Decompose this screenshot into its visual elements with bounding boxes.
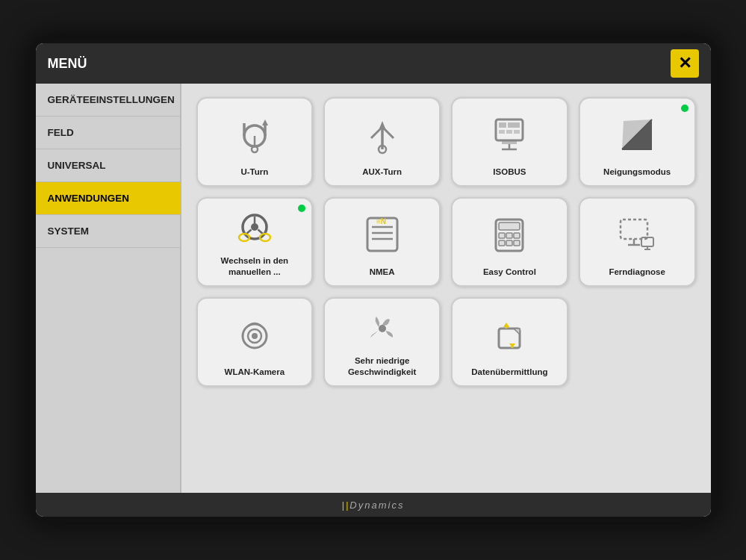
wlan-kamera-icon [232,312,277,357]
svg-rect-41 [499,240,505,246]
isobus-icon [487,112,532,157]
tile-u-turn[interactable]: U-Turn [196,97,314,187]
svg-point-4 [252,146,258,152]
svg-rect-42 [506,240,512,246]
tile-neigungsmodus[interactable]: Neigungsmodus [579,97,696,187]
svg-point-25 [251,223,258,231]
sidebar: GERÄTEEINSTELLUNGEN FELD UNIVERSAL ANWEN… [36,84,181,493]
icon-area-datenuebermittlung [459,306,561,362]
icon-area-easy-control [459,206,561,262]
aux-turn-icon [360,112,405,157]
tile-isobus[interactable]: ISOBUS [451,97,568,187]
svg-rect-38 [499,233,505,238]
sidebar-item-anwendungen[interactable]: ANWENDUNGEN [36,182,180,215]
tile-datenuebermittlung[interactable]: Datenübermittlung [451,297,568,387]
icon-area-aux-turn [331,106,433,162]
tile-sehr-niedrig[interactable]: Sehr niedrige Geschwindigkeit [323,297,441,387]
sidebar-item-system[interactable]: SYSTEM [36,215,180,248]
neigungsmodus-icon [615,112,659,157]
screen-content: MENÜ ✕ GERÄTEEINSTELLUNGEN FELD UNIVERSA… [36,43,711,517]
svg-rect-15 [506,130,512,134]
brand-label: ||Dynamics [342,500,405,511]
tile-wlan-kamera[interactable]: WLAN-Kamera [196,297,314,387]
tile-label-isobus: ISOBUS [493,167,526,178]
svg-rect-37 [499,223,520,230]
svg-marker-56 [503,323,509,327]
svg-text:≡N: ≡N [376,217,386,225]
svg-rect-17 [502,140,517,144]
datenuebermittlung-icon [487,312,532,357]
svg-rect-39 [506,233,512,238]
svg-rect-44 [621,220,647,239]
tile-aux-turn[interactable]: AUX-Turn [323,97,441,187]
tile-label-easy-control: Easy Control [483,267,536,278]
icon-area-u-turn [204,106,306,162]
icon-area-isobus [459,106,561,162]
status-dot-neigungsmodus [681,105,689,112]
u-turn-icon [232,112,277,157]
svg-line-8 [382,127,394,138]
bottom-bar: ||Dynamics [36,493,711,517]
icon-area-ferndiagnose [586,206,689,262]
svg-point-52 [252,333,258,339]
sidebar-item-geraeteeinstellungen[interactable]: GERÄTEEINSTELLUNGEN [36,84,180,116]
tile-label-aux-turn: AUX-Turn [362,167,402,178]
tile-label-u-turn: U-Turn [240,167,268,178]
tile-label-nmea: NMEA [370,267,395,278]
tile-nmea[interactable]: ≡N NMEA [323,197,441,287]
tile-easy-control[interactable]: Easy Control [451,197,568,287]
tile-label-wechseln: Wechseln in den manuellen ... [204,255,306,278]
sidebar-item-feld[interactable]: FELD [36,116,180,149]
nmea-icon: ≡N [360,212,405,257]
svg-rect-14 [499,130,505,134]
svg-rect-13 [508,122,520,128]
header-title: MENÜ [48,56,87,72]
sidebar-item-universal[interactable]: UNIVERSAL [36,149,180,182]
app-grid: U-Turn AUX-Tu [196,97,696,387]
sehr-niedrig-icon [360,306,405,351]
screen-bezel: MENÜ ✕ GERÄTEEINSTELLUNGEN FELD UNIVERSA… [30,37,717,523]
svg-rect-40 [514,233,520,238]
icon-area-neigungsmodus [586,106,689,162]
icon-area-sehr-niedrig [331,306,433,351]
tile-wechseln[interactable]: Wechseln in den manuellen ... [196,197,314,287]
svg-rect-16 [514,130,520,134]
icon-area-wechseln [204,206,306,251]
svg-line-7 [371,127,382,138]
easy-control-icon [487,212,532,257]
icon-area-wlan-kamera [204,306,306,362]
ferndiagnose-icon [615,212,659,257]
tile-label-sehr-niedrig: Sehr niedrige Geschwindigkeit [331,355,433,378]
svg-rect-43 [514,240,520,246]
svg-marker-3 [262,119,268,125]
tile-ferndiagnose[interactable]: Ferndiagnose [579,197,696,287]
svg-point-53 [379,325,386,332]
close-button[interactable]: ✕ [671,49,699,78]
svg-marker-9 [379,121,385,128]
tile-label-wlan-kamera: WLAN-Kamera [225,367,285,378]
wechseln-icon [232,206,277,251]
main-layout: GERÄTEEINSTELLUNGEN FELD UNIVERSAL ANWEN… [36,84,711,493]
icon-area-nmea: ≡N [331,206,433,262]
content-area: U-Turn AUX-Tu [181,84,711,493]
header: MENÜ ✕ [36,43,711,84]
tile-label-ferndiagnose: Ferndiagnose [609,267,665,278]
tile-label-datenuebermittlung: Datenübermittlung [471,367,547,378]
svg-rect-12 [499,122,506,128]
tile-label-neigungsmodus: Neigungsmodus [603,167,671,178]
